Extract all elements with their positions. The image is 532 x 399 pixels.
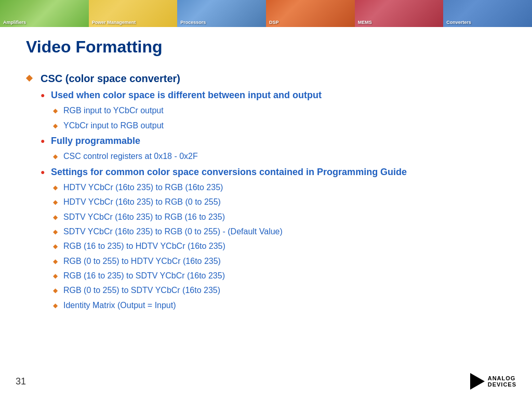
list-item-fully: Fully programmable	[26, 135, 506, 148]
list-item-conv8: RGB (0 to 255) to SDTV YCbCr (16to 235)	[26, 285, 506, 296]
header-seg-processors: Processors	[177, 0, 266, 27]
list-item-conv9: Identity Matrix (Output = Input)	[26, 300, 506, 311]
header-seg-amplifiers: Amplifiers	[0, 0, 89, 27]
main-content: Video Formatting CSC (color space conver…	[0, 27, 532, 320]
list-item-conv1: HDTV YCbCr (16to 235) to RGB (16to 235)	[26, 182, 506, 193]
page-number: 31	[16, 376, 26, 387]
analog-devices-logo: ANALOG DEVICES	[470, 373, 516, 390]
header-label-converters: Converters	[446, 20, 471, 25]
list-item-conv5: RGB (16 to 235) to HDTV YCbCr (16to 235)	[26, 241, 506, 252]
list-item-conv3: SDTV YCbCr (16to 235) to RGB (16 to 235)	[26, 211, 506, 223]
bullet-list: CSC (color space converter) Used when co…	[26, 71, 506, 311]
logo-text: ANALOG DEVICES	[488, 375, 516, 388]
header-label-dsp: DSP	[269, 20, 279, 25]
logo-text-top: ANALOG	[488, 375, 516, 381]
footer: 31 ANALOG DEVICES	[0, 373, 532, 390]
page-title: Video Formatting	[26, 37, 506, 57]
list-item-conv2: HDTV YCbCr (16to 235) to RGB (0 to 255)	[26, 196, 506, 208]
list-item-csc-control: CSC control registers at 0x18 - 0x2F	[26, 151, 506, 162]
header-banner: Amplifiers Power Management Processors D…	[0, 0, 532, 27]
list-item-csc: CSC (color space converter)	[26, 71, 506, 86]
header-seg-dsp: DSP	[266, 0, 355, 27]
list-item-used: Used when color space is different betwe…	[26, 89, 506, 102]
header-label-amplifiers: Amplifiers	[3, 20, 26, 25]
list-item-conv6: RGB (0 to 255) to HDTV YCbCr (16to 235)	[26, 256, 506, 267]
header-label-power: Power Management	[92, 20, 136, 25]
header-seg-power: Power Management	[89, 0, 178, 27]
list-item-conv4: SDTV YCbCr (16to 235) to RGB (0 to 255) …	[26, 226, 506, 237]
list-item-conv7: RGB (16 to 235) to SDTV YCbCr (16to 235)	[26, 270, 506, 282]
logo-text-bottom: DEVICES	[488, 381, 516, 388]
header-seg-converters: Converters	[443, 0, 532, 27]
header-label-mems: MEMS	[358, 20, 372, 25]
list-item-settings: Settings for common color space conversi…	[26, 166, 506, 179]
list-item-rgb-to-ycbcr: RGB input to YCbCr output	[26, 105, 506, 116]
logo-triangle-icon	[470, 373, 485, 390]
header-label-processors: Processors	[180, 20, 206, 25]
header-seg-mems: MEMS	[355, 0, 444, 27]
list-item-ycbcr-to-rgb: YCbCr input to RGB output	[26, 120, 506, 131]
